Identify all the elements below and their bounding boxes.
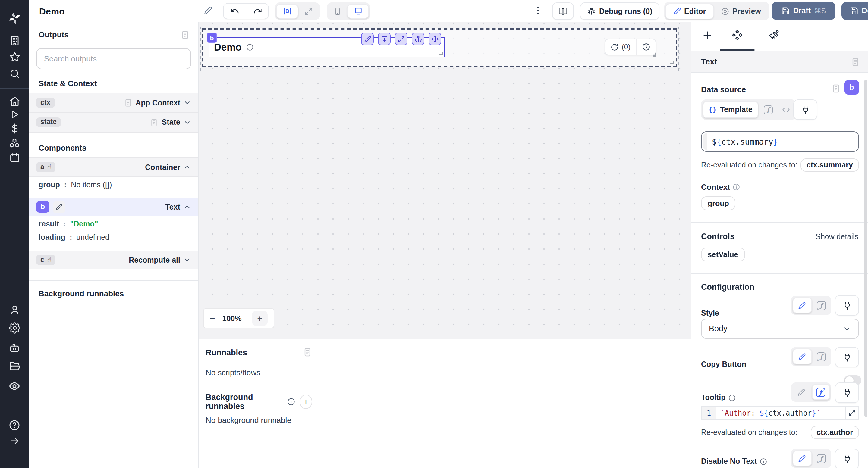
template-value-input[interactable]: ${ctx.summary}	[701, 131, 859, 152]
data-source-doc-icon[interactable]	[831, 84, 841, 93]
style-select[interactable]: Body	[701, 319, 859, 338]
search-icon[interactable]	[0, 68, 29, 79]
result-separator: :	[63, 220, 66, 228]
outputs-doc-icon[interactable]	[180, 30, 190, 40]
tooltip-code-editor[interactable]: 1 `Author: ${ctx.author}`	[701, 406, 859, 420]
tab-add-component[interactable]	[700, 30, 714, 41]
outputs-panel: Outputs State & Context ctx App Context …	[29, 22, 199, 468]
component-b-row[interactable]: b Text	[29, 198, 198, 216]
audit-eye-icon[interactable]	[0, 380, 29, 392]
rename-pencil-icon[interactable]	[204, 6, 213, 15]
code-mode-button[interactable]	[778, 101, 795, 118]
home-icon[interactable]	[0, 96, 29, 107]
settings-gear-icon[interactable]	[0, 322, 29, 334]
spacing-mode-button[interactable]	[276, 4, 299, 19]
resources-cubes-icon[interactable]	[0, 137, 29, 149]
help-icon[interactable]	[0, 419, 29, 431]
add-background-runnable-button[interactable]: +	[300, 395, 312, 409]
state-context-header: State & Context	[29, 76, 198, 93]
deploy-button[interactable]: Deploy	[841, 2, 868, 20]
billing-dollar-icon[interactable]	[0, 123, 29, 134]
favorites-star-icon[interactable]	[0, 51, 29, 63]
schedules-calendar-icon[interactable]	[0, 152, 29, 163]
component-doc-icon[interactable]	[850, 57, 860, 67]
redo-button[interactable]	[246, 4, 269, 19]
more-menu-icon[interactable]	[533, 5, 543, 16]
preview-tab[interactable]: Preview	[714, 3, 768, 19]
component-c-row[interactable]: c☝ Recompute all	[29, 250, 198, 269]
show-details-link[interactable]: Show details	[815, 233, 858, 241]
copy-fx-button[interactable]: ƒ	[813, 349, 830, 364]
undo-button[interactable]	[223, 4, 246, 19]
state-doc-icon[interactable]	[150, 118, 159, 127]
chevron-down-icon[interactable]	[183, 99, 191, 107]
component-a-prop-row[interactable]: group : No items ([])	[29, 177, 198, 193]
desktop-view-button[interactable]	[347, 4, 369, 19]
data-source-id-badge[interactable]: b	[844, 80, 859, 95]
search-outputs-input[interactable]	[36, 48, 191, 69]
ctx-doc-icon[interactable]	[123, 98, 132, 107]
style-fx-button[interactable]: ƒ	[813, 298, 830, 313]
tooltip-static-button[interactable]	[792, 384, 810, 400]
tooltip-plug-button[interactable]	[835, 382, 859, 403]
component-b-pencil-icon[interactable]	[53, 201, 65, 213]
editor-tab[interactable]: Editor	[665, 3, 714, 19]
anchor-button[interactable]	[412, 33, 424, 45]
template-mode-button[interactable]: {} Template	[703, 101, 758, 118]
disable-plug-button[interactable]	[835, 449, 859, 468]
debug-runs-button[interactable]: Debug runs (0)	[580, 2, 659, 20]
expand-code-button[interactable]	[845, 407, 858, 419]
runs-play-icon[interactable]	[0, 109, 29, 120]
runnables-doc-icon[interactable]	[303, 347, 312, 357]
collapse-rail-arrow-icon[interactable]	[0, 435, 29, 446]
chevron-down-icon[interactable]	[183, 256, 191, 264]
resize-handle[interactable]	[439, 52, 443, 56]
zoom-out-button[interactable]: −	[210, 313, 215, 324]
ctx-row[interactable]: ctx App Context	[29, 93, 198, 113]
expand-button[interactable]	[395, 33, 407, 45]
disable-fx-button[interactable]: ƒ	[813, 450, 830, 466]
windmill-logo-icon[interactable]	[0, 11, 29, 26]
chevron-up-icon[interactable]	[183, 203, 191, 211]
setvalue-chip[interactable]: setValue	[701, 247, 745, 261]
fullscreen-mode-button[interactable]	[299, 4, 319, 19]
refresh-count-button[interactable]: (0)	[606, 39, 636, 55]
fill-height-button[interactable]	[378, 33, 391, 45]
tab-styling[interactable]	[766, 30, 781, 41]
component-b-loading-row[interactable]: loading : undefined	[29, 230, 198, 245]
move-button[interactable]	[429, 33, 441, 45]
reeval-author-chip[interactable]: ctx.author	[810, 426, 859, 439]
disable-static-button[interactable]	[792, 450, 812, 466]
copy-static-button[interactable]	[792, 349, 812, 364]
reeval-summary-chip[interactable]: ctx.summary	[801, 158, 859, 172]
container-resize-handle[interactable]	[670, 61, 674, 64]
tab-component-settings[interactable]	[730, 30, 744, 41]
fx-mode-button[interactable]: ƒ	[760, 101, 777, 118]
state-row[interactable]: state State	[29, 113, 198, 133]
inspector-scrollbar[interactable]	[864, 79, 867, 417]
history-button[interactable]	[636, 39, 656, 55]
mobile-view-button[interactable]	[328, 4, 347, 19]
edit-pencil-button[interactable]	[361, 33, 374, 45]
component-a-row[interactable]: a☝ Container	[29, 157, 198, 177]
copy-plug-button[interactable]	[835, 347, 859, 367]
users-person-icon[interactable]	[0, 304, 29, 315]
chevron-up-icon[interactable]	[183, 163, 191, 171]
folders-icon[interactable]	[0, 360, 29, 372]
tooltip-fx-button[interactable]: ƒ	[812, 384, 830, 400]
background-runnables-header: Background runnables	[29, 281, 198, 303]
workspace-icon[interactable]	[0, 35, 29, 46]
connect-plug-button[interactable]	[793, 99, 817, 120]
component-b-result-row[interactable]: result : "Demo"	[29, 216, 198, 230]
zoom-in-button[interactable]: +	[252, 311, 268, 326]
context-group-chip[interactable]: group	[701, 196, 736, 210]
draft-button[interactable]: Draft ⌘S	[772, 2, 835, 20]
resize-handle[interactable]	[653, 53, 656, 57]
chevron-down-icon[interactable]	[183, 119, 191, 126]
style-static-button[interactable]	[792, 298, 812, 313]
docs-book-button[interactable]	[552, 2, 574, 20]
workers-robot-icon[interactable]	[0, 342, 29, 354]
style-plug-button[interactable]	[835, 295, 859, 315]
app-canvas[interactable]: Demo b (0)	[199, 22, 691, 338]
container-a-outline[interactable]: Demo b (0)	[202, 28, 677, 67]
